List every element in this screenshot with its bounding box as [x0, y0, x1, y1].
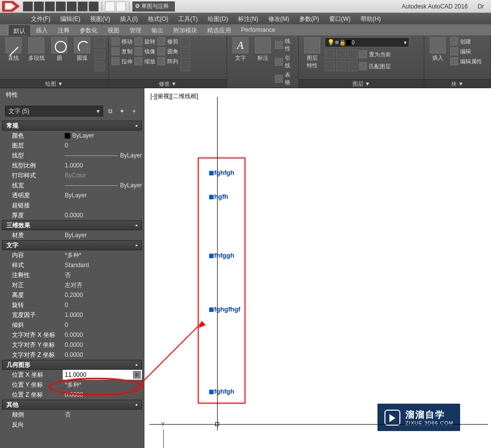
- section-geometry[interactable]: 几何图形▪: [2, 360, 142, 370]
- insert-block-button[interactable]: 插入: [427, 37, 448, 77]
- create-block-button[interactable]: 创建: [450, 37, 482, 45]
- save-icon[interactable]: [45, 1, 55, 11]
- viewport-label[interactable]: [-][俯视][二维线框]: [150, 92, 198, 101]
- edit-block-button[interactable]: 编辑: [450, 47, 482, 55]
- prop-upside-val[interactable]: 否: [63, 410, 142, 420]
- draw-extra2[interactable]: [95, 49, 105, 59]
- mirror-button[interactable]: 镜像: [134, 47, 155, 55]
- prop-material-val[interactable]: ByLayer: [63, 230, 142, 240]
- match-layer-button[interactable]: 匹配图层: [359, 62, 391, 70]
- selection-dropdown[interactable]: 文字 (5)▾: [5, 106, 103, 117]
- prop-thick-val[interactable]: 0.0000: [63, 210, 142, 220]
- draw-extra3[interactable]: [95, 61, 105, 71]
- prop-alignz-val[interactable]: 0.0000: [63, 350, 142, 360]
- saveas-icon[interactable]: [56, 1, 66, 11]
- calculator-icon[interactable]: ⊞: [133, 371, 141, 379]
- mod-extra2[interactable]: [180, 49, 190, 59]
- mod-extra1[interactable]: [180, 37, 190, 47]
- scale-button[interactable]: 缩放: [134, 57, 155, 65]
- move-button[interactable]: 移动: [112, 37, 132, 45]
- redo-icon[interactable]: [89, 1, 99, 11]
- prop-oblique-val[interactable]: 0: [63, 320, 142, 330]
- tab-apps[interactable]: 精选应用: [202, 24, 236, 35]
- select-objects-icon[interactable]: ✦: [117, 106, 127, 116]
- trim-button[interactable]: 修剪: [157, 37, 178, 45]
- dimension-button[interactable]: 标注: [252, 37, 273, 86]
- menu-help[interactable]: 帮助(H): [356, 13, 386, 24]
- layer-tool2[interactable]: [336, 49, 346, 59]
- menu-tools[interactable]: 工具(T): [173, 13, 203, 24]
- app-logo[interactable]: [2, 1, 20, 12]
- quick-select-icon[interactable]: ⌖: [129, 106, 139, 116]
- drawing-canvas[interactable]: [-][俯视][二维线框]: [144, 88, 491, 448]
- menu-view[interactable]: 视图(V): [85, 13, 115, 24]
- panel-label-layers[interactable]: 图层 ▼: [299, 79, 424, 88]
- prop-annot-val[interactable]: 否: [63, 270, 142, 280]
- prop-rot-val[interactable]: 0: [63, 300, 142, 310]
- menu-modify[interactable]: 修改(M): [263, 13, 294, 24]
- text-object-2[interactable]: fhfggh: [209, 252, 234, 259]
- tab-addins[interactable]: 附加模块: [168, 24, 202, 35]
- section-other[interactable]: 其他▪: [2, 400, 142, 410]
- menu-params[interactable]: 参数(P): [294, 13, 324, 24]
- array-button[interactable]: 阵列: [157, 57, 178, 65]
- prop-alignx-val[interactable]: 0.0000: [63, 330, 142, 340]
- layer-dropdown[interactable]: 💡 ❄ 🔒 0 ▾: [325, 37, 409, 47]
- prop-layer-val[interactable]: 0: [63, 141, 142, 150]
- section-general[interactable]: 常规▪: [2, 121, 142, 131]
- prop-aligny-val[interactable]: 0.0000: [63, 340, 142, 350]
- workspace-dropdown[interactable]: ⚙ 草图与注释: [132, 1, 175, 11]
- table-button[interactable]: 表格: [275, 71, 295, 86]
- panel-label-block[interactable]: 块 ▼: [424, 79, 491, 88]
- custom1-icon[interactable]: [105, 1, 115, 11]
- set-current-button[interactable]: 置为当前: [359, 50, 391, 58]
- prop-hlink-val[interactable]: [63, 200, 142, 210]
- linear-button[interactable]: 线性: [275, 37, 295, 52]
- text-button[interactable]: 文字: [230, 37, 250, 86]
- menu-file[interactable]: 文件(F): [26, 13, 55, 24]
- menu-insert[interactable]: 插入(I): [115, 13, 142, 24]
- undo-icon[interactable]: [78, 1, 88, 11]
- menu-dim[interactable]: 标注(N): [233, 13, 263, 24]
- polyline-button[interactable]: 多段线: [26, 37, 47, 77]
- layer-tool6[interactable]: [348, 61, 358, 71]
- prop-lscale-val[interactable]: 1.0000: [63, 160, 142, 170]
- menu-format[interactable]: 格式(O): [143, 13, 173, 24]
- section-text[interactable]: 文字▪: [2, 240, 142, 250]
- prop-content-val[interactable]: *多种*: [63, 250, 142, 260]
- circle-button[interactable]: 圆: [49, 37, 70, 77]
- menu-draw[interactable]: 绘图(D): [203, 13, 233, 24]
- section-3d[interactable]: 三维效果▪: [2, 220, 142, 230]
- tab-perf[interactable]: Performance: [236, 24, 280, 35]
- grip-icon[interactable]: [209, 307, 214, 312]
- edit-attr-button[interactable]: 编辑属性: [450, 57, 482, 65]
- layer-tool5[interactable]: [336, 61, 346, 71]
- text-object-3[interactable]: fghgfhgf: [209, 305, 241, 313]
- tab-default[interactable]: 默认: [8, 24, 31, 35]
- custom2-icon[interactable]: [116, 1, 126, 11]
- tab-view[interactable]: 视图: [103, 24, 124, 35]
- tab-insert[interactable]: 插入: [31, 24, 53, 35]
- line-button[interactable]: 直线: [3, 37, 24, 77]
- menu-edit[interactable]: 编辑(E): [55, 13, 85, 24]
- grip-icon[interactable]: [209, 195, 214, 199]
- prop-just-val[interactable]: 左对齐: [63, 280, 142, 290]
- text-object-1[interactable]: hgfh: [209, 193, 228, 200]
- tab-manage[interactable]: 管理: [124, 24, 146, 35]
- toggle-pickadd-icon[interactable]: ⧉: [105, 106, 115, 116]
- draw-extra1[interactable]: [95, 37, 105, 47]
- stretch-button[interactable]: 拉伸: [112, 57, 132, 65]
- prop-backward-val[interactable]: [63, 420, 142, 430]
- plot-icon[interactable]: [67, 1, 77, 11]
- text-object-0[interactable]: fghfgh: [209, 169, 234, 176]
- copy-button[interactable]: 复制: [112, 47, 132, 55]
- tab-annotate[interactable]: 注释: [53, 24, 75, 35]
- grip-icon[interactable]: [209, 254, 214, 258]
- prop-style-val[interactable]: Standard: [63, 260, 142, 270]
- layer-tool4[interactable]: [325, 61, 335, 71]
- arc-button[interactable]: 圆弧: [72, 37, 93, 77]
- panel-label-modify[interactable]: 修改 ▼: [109, 79, 227, 88]
- layer-props-button[interactable]: 图层 特性: [302, 37, 323, 77]
- tab-output[interactable]: 输出: [146, 24, 168, 35]
- mod-extra3[interactable]: [180, 61, 190, 71]
